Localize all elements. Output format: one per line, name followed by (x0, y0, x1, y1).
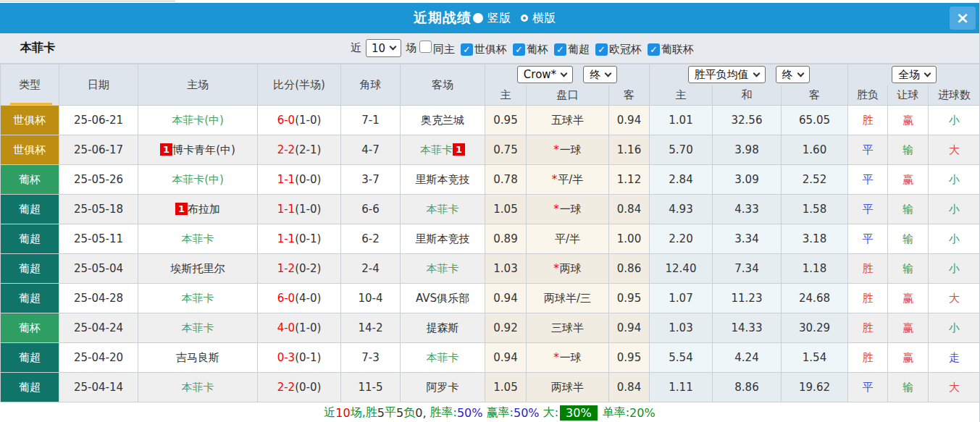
avg-home: 5.70 (650, 135, 713, 165)
layout-option-vertical[interactable]: 竖版 (473, 11, 511, 26)
team-name-text: 本菲卡 (182, 292, 214, 305)
summary-segment: 大: (540, 405, 558, 421)
checkbox-label[interactable]: 世俱杯 (474, 43, 507, 56)
avg-home: 1.01 (650, 106, 713, 135)
away-team: 里斯本竞技 (401, 224, 485, 254)
odds-time-select[interactable]: 终 (583, 66, 617, 83)
home-team: 本菲卡 (138, 313, 258, 343)
avg-group-header: 胜平负均值 终 (650, 64, 848, 85)
chevron-down-icon (797, 69, 804, 77)
full-time-score: 4-0 (277, 321, 296, 334)
corner-score: 4-7 (341, 135, 401, 165)
near-count-select[interactable]: 10 (366, 39, 401, 57)
odds-home: 1.03 (485, 254, 527, 284)
checkbox-label[interactable]: 葡联杯 (661, 43, 694, 56)
home-team: 本菲卡 (138, 284, 258, 313)
asterisk-icon: * (553, 351, 559, 364)
close-icon[interactable]: × (950, 7, 976, 30)
checkbox-label[interactable]: 欧冠杯 (609, 43, 642, 56)
handicap-text: 平/半 (558, 173, 583, 186)
avg-type-select[interactable]: 胜平负均值 (688, 66, 766, 83)
checkbox-checked[interactable]: ✓ (513, 43, 525, 56)
score: 1-1(0-0) (258, 165, 341, 195)
team-name-text: 本菲卡(中) (172, 114, 224, 127)
summary-segment: 赢率: (483, 405, 514, 421)
bookmaker-select[interactable]: Crow* (517, 66, 573, 83)
type-badge: 葡超 (1, 343, 59, 373)
checkbox-label[interactable]: 葡超 (568, 43, 590, 56)
col-header-home: 主场 (138, 64, 258, 106)
result-goals: 大 (929, 135, 980, 165)
table-row: 葡超25-05-181布拉加1-1(1-0)6-6本菲卡1.05*一球0.844… (1, 195, 980, 224)
checkbox-label[interactable]: 葡杯 (527, 43, 548, 56)
away-team: 里斯本竞技 (401, 165, 485, 195)
team-name-text: 本菲卡 (427, 262, 459, 275)
corner-score: 10-4 (341, 284, 401, 313)
asterisk-icon: * (553, 203, 559, 216)
summary-segment: 近 (324, 405, 335, 421)
team-name: 本菲卡 (20, 41, 55, 56)
handicap-text: 平/半 (555, 232, 580, 245)
handicap-text: 三球半 (551, 321, 584, 334)
checkbox-checked[interactable]: ✓ (648, 43, 660, 56)
full-time-score: 2-2 (277, 381, 296, 394)
type-badge: 世俱杯 (1, 106, 59, 135)
filter-controls: 近 10 场 同主✓世俱杯✓葡杯✓葡超✓欧冠杯✓葡联杯 (285, 39, 694, 57)
period-select[interactable]: 全场 (892, 66, 937, 83)
chevron-down-icon (924, 69, 931, 77)
table-row: 葡超25-04-14本菲卡2-2(0-0)11-5阿罗卡1.05两球半0.841… (1, 373, 980, 402)
result-goals: 小 (929, 165, 980, 195)
avg-home: 2.20 (650, 224, 713, 254)
avg-away: 19.62 (782, 373, 848, 402)
result-goals: 小 (929, 106, 980, 135)
chevron-down-icon (561, 69, 568, 77)
odds-away: 0.86 (609, 254, 650, 284)
odds-away: 0.94 (609, 313, 650, 343)
checkbox-label[interactable]: 同主 (433, 43, 455, 56)
near-label: 近 (351, 41, 361, 55)
full-time-score: 2-2 (277, 143, 296, 156)
checkbox-checked[interactable]: ✓ (595, 43, 608, 56)
summary-segment: 0 (415, 406, 422, 420)
radio-unselected-icon[interactable] (521, 14, 528, 22)
corner-score: 3-7 (341, 165, 401, 195)
table-row: 葡超25-05-11本菲卡1-1(0-1)6-2里斯本竞技0.89平/半1.00… (1, 224, 980, 254)
full-time-score: 0-3 (277, 351, 296, 364)
checkbox-unchecked[interactable] (419, 41, 432, 53)
avg-draw: 3.09 (713, 165, 782, 195)
odds-home: 0.89 (485, 224, 527, 254)
checkbox-checked[interactable]: ✓ (461, 43, 473, 56)
table-row: 葡杯25-05-26本菲卡(中)1-1(0-0)3-7里斯本竞技0.78*平/半… (1, 165, 980, 195)
avg-home: 1.03 (650, 313, 713, 343)
layout-option-horizontal[interactable]: 横版 (521, 11, 556, 26)
team-name-text: 里斯本竞技 (416, 232, 470, 245)
avg-home: 12.40 (650, 254, 713, 284)
team-name-text: 本菲卡 (182, 321, 214, 334)
sub-header-avg-away: 客 (782, 85, 848, 106)
radio-selected-icon[interactable] (473, 13, 483, 23)
odds-home: 0.75 (485, 135, 527, 165)
summary-segment: 10 (335, 406, 350, 420)
handicap: 两球半 (527, 373, 609, 402)
games-label: 场 (406, 41, 416, 55)
team-name-text: 本菲卡 (427, 351, 459, 364)
odds-away: 0.94 (609, 106, 650, 135)
team-name-text: 本菲卡 (420, 143, 453, 156)
team-name-text: 博卡青年(中) (172, 143, 235, 156)
checkbox-checked[interactable]: ✓ (554, 43, 566, 56)
avg-home: 4.93 (650, 195, 713, 224)
match-date: 25-05-26 (59, 165, 138, 195)
avg-away: 1.60 (782, 135, 848, 165)
corner-score: 7-1 (341, 106, 401, 135)
match-date: 25-05-04 (59, 254, 138, 284)
handicap: *两球 (527, 254, 609, 284)
team-name-text: 布拉加 (188, 203, 220, 216)
score: 1-2(0-2) (258, 254, 341, 284)
result-handicap: 输 (888, 195, 929, 224)
type-badge: 葡超 (1, 373, 59, 402)
odds-group-header: Crow* 终 (485, 64, 650, 85)
avg-time-select[interactable]: 终 (776, 66, 810, 83)
half-time-score: (1-0) (295, 321, 321, 334)
asterisk-icon: * (553, 262, 559, 275)
table-row: 葡超25-04-20吉马良斯0-3(0-1)7-3本菲卡0.94*一球0.955… (1, 343, 980, 373)
